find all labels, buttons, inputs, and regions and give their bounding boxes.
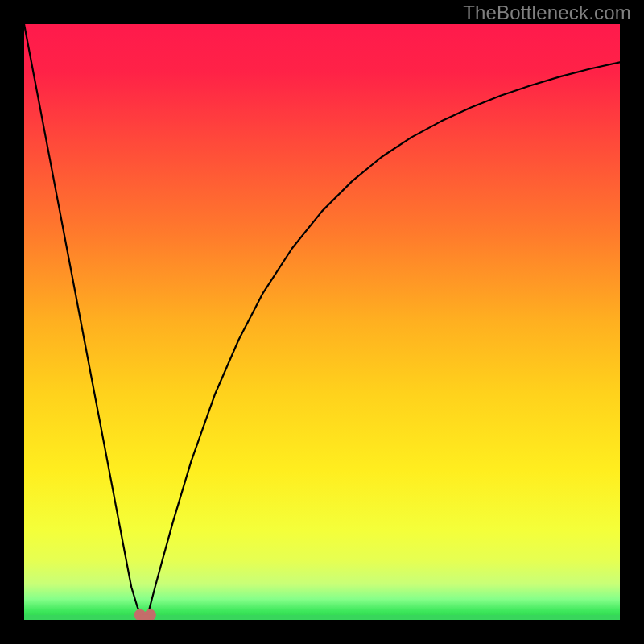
chart-frame: TheBottleneck.com	[0, 0, 644, 644]
watermark-label: TheBottleneck.com	[463, 2, 631, 24]
svg-rect-2	[140, 614, 150, 620]
plot-area	[24, 24, 620, 620]
gradient-background	[24, 24, 620, 620]
chart-svg	[24, 24, 620, 620]
